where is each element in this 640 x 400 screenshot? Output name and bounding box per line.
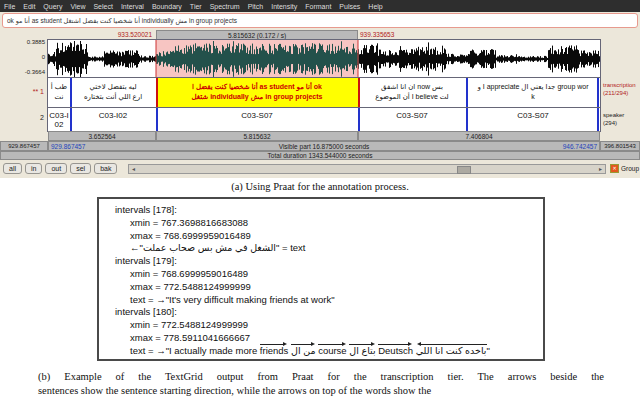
menu-spectrum[interactable]: Spectrum (206, 3, 244, 10)
amplitude-min-label: -0.3664 (0, 69, 45, 75)
menu-view[interactable]: View (66, 3, 89, 10)
direction-arrow-word: بتاع ال (349, 345, 375, 356)
menu-formant[interactable]: Formant (301, 3, 335, 10)
interval-boundary[interactable] (156, 78, 158, 108)
praat-window: FileEditQueryViewSelectIntervalBoundaryT… (0, 0, 640, 178)
interval-boundary[interactable] (466, 108, 468, 131)
interval-boundary[interactable] (358, 108, 360, 131)
interval-boundary[interactable] (466, 78, 468, 108)
interval-boundary[interactable] (597, 108, 599, 131)
menu-pitch[interactable]: Pitch (244, 3, 268, 10)
interval-boundary[interactable] (358, 78, 360, 108)
speaker-cell[interactable]: C03-I 02 (48, 108, 70, 131)
bak-button[interactable]: bak (94, 163, 117, 174)
visible-part-label: Visible part 16.875000 seconds (49, 142, 599, 151)
speaker-cell[interactable]: C03-I02 (70, 108, 156, 131)
selection-part-duration[interactable]: 5.815632 (156, 131, 358, 141)
selection-start-time[interactable]: 933.520021 (48, 30, 154, 40)
visible-part-bar[interactable]: Visible part 16.875000 seconds 929.86745… (48, 141, 600, 151)
menu-select[interactable]: Select (89, 3, 116, 10)
textgrid-line: text = →"It's very difficult making frie… (115, 294, 539, 307)
scrollbar-thumb[interactable] (457, 166, 471, 174)
remaining-time[interactable]: 396.801543 (600, 141, 640, 151)
direction-arrow-word: course (318, 345, 347, 356)
textgrid-line: xmin = 772.5488124999999 (115, 319, 539, 332)
interval-boundary[interactable] (70, 108, 72, 131)
textgrid-line: intervals [178]: (115, 204, 539, 217)
group-label: Group (621, 165, 639, 172)
speaker-tier[interactable]: C03-I 02C03-I02C03-S07C03-S07C03-S07 (48, 108, 600, 131)
sel-button[interactable]: sel (70, 163, 91, 174)
interval-boundary[interactable] (70, 78, 72, 108)
speaker-tier-label[interactable]: speaker (294) (603, 112, 624, 127)
scroll-left-icon[interactable]: ◂ (129, 165, 138, 173)
menu-file[interactable]: File (0, 3, 19, 10)
horizontal-scrollbar[interactable]: ◂ ▸ (128, 164, 606, 174)
transcription-cell[interactable]: طب أنت (48, 78, 70, 108)
speaker-cell[interactable]: C03-S07 (358, 108, 466, 131)
menu-tier[interactable]: Tier (186, 3, 206, 10)
direction-arrow-word: باخده كنت انا اللي (416, 345, 487, 356)
left-part-duration[interactable]: 3.652564 (48, 131, 156, 141)
menu-interval[interactable]: Interval (117, 3, 148, 10)
transcription-cell[interactable]: بس now ان انا اشفقأن الموضوع I believe ل… (358, 78, 466, 108)
right-part-duration[interactable]: 7.406804 (358, 131, 600, 141)
zoom-buttons: allinoutselbak (3, 163, 117, 176)
tier-number-1[interactable]: ** 1 (0, 88, 44, 95)
menu-query[interactable]: Query (39, 3, 66, 10)
direction-arrow-word: Deutsch (378, 345, 413, 356)
textgrid-line: intervals [179]: (115, 255, 539, 268)
selection-duration-bar[interactable]: 5.815632 (0.172 / s) (156, 30, 358, 40)
all-button[interactable]: all (3, 163, 22, 174)
textgrid-line: intervals [180]: (115, 306, 539, 319)
menu-intensity[interactable]: Intensity (267, 3, 301, 10)
out-button[interactable]: out (45, 163, 67, 174)
selection-end-time[interactable]: 939.335653 (360, 30, 480, 40)
textgrid-line: xmin = 767.3698816683088 (115, 217, 539, 230)
in-button[interactable]: in (25, 163, 42, 174)
interval-text-input[interactable]: ok أنا مو as student أنا شخصيا كنت بفضل … (2, 13, 638, 28)
amplitude-max-label: 0.3885 (0, 39, 45, 45)
menu-pulses[interactable]: Pulses (335, 3, 364, 10)
speaker-cell[interactable]: C03-S07 (466, 108, 600, 131)
textgrid-line: text = →"I actually made more friends من… (115, 345, 539, 358)
menu-boundary[interactable]: Boundary (148, 3, 186, 10)
visible-end-time: 946.742457 (563, 142, 597, 151)
menu-edit[interactable]: Edit (19, 3, 39, 10)
direction-arrow-word: من ال (291, 345, 316, 356)
transcription-tier-label[interactable]: transcription (211/294) (603, 82, 636, 97)
transcription-cell[interactable]: و I appreciate جدا يعني ال group work (466, 78, 600, 108)
textgrid-line: xmax = 772.5488124999999 (115, 281, 539, 294)
speaker-cell[interactable]: C03-S07 (156, 108, 358, 131)
transcription-cell[interactable]: ليه بتفضل لاختيارع اللي أنت بتختاره (70, 78, 156, 108)
scroll-right-icon[interactable]: ▸ (596, 165, 605, 173)
caption-b: (b) Example of the TextGrid output from … (38, 370, 604, 398)
textgrid-output-box: intervals [178]:xmin = 767.3698816683088… (97, 197, 545, 361)
textgrid-line: xmin = 768.6999959016489 (115, 268, 539, 281)
menu-help[interactable]: Help (364, 3, 386, 10)
menu-bar: FileEditQueryViewSelectIntervalBoundaryT… (0, 0, 640, 12)
amplitude-zero-label: 0 (0, 54, 45, 60)
waveform-panel[interactable] (48, 40, 600, 78)
transcription-tier[interactable]: طب أنتليه بتفضل لاختيارع اللي أنت بتختار… (48, 78, 600, 108)
tier-number-2[interactable]: 2 (0, 114, 44, 121)
group-checkbox-icon[interactable]: ✕ (610, 164, 619, 173)
interval-boundary[interactable] (597, 78, 599, 108)
textgrid-line: ←"الشغل في مش بس صحاب عملت" = text (115, 242, 539, 255)
waveform[interactable] (48, 40, 600, 78)
interval-boundary[interactable] (156, 108, 158, 131)
caption-a: (a) Using Praat for the annotation proce… (0, 181, 640, 192)
window-start-time[interactable]: 929.867457 (0, 141, 48, 151)
textgrid-line: xmax = 768.6999959016489 (115, 230, 539, 243)
group-control[interactable]: ✕ Group (610, 164, 639, 173)
visible-start-time: 929.867457 (51, 142, 85, 151)
direction-arrow-word: friends (260, 345, 289, 356)
total-duration-bar[interactable]: Total duration 1343.544000 seconds (0, 151, 640, 160)
transcription-cell[interactable]: ok أنا مو as student أنا شخصيا كنت بفضل … (156, 78, 358, 108)
